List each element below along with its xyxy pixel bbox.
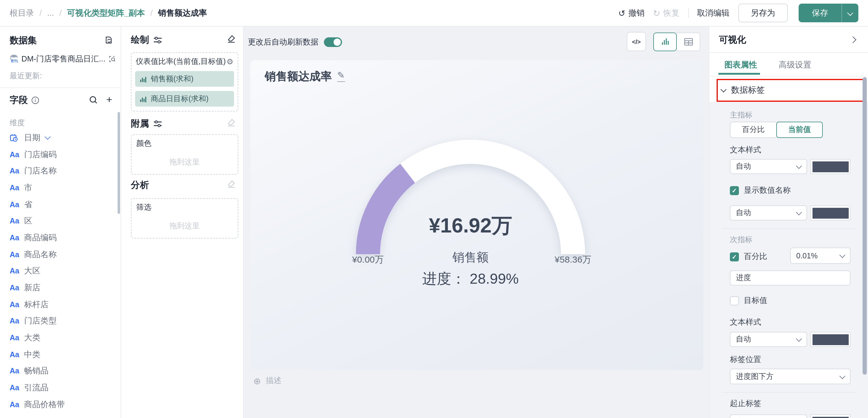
field-item[interactable]: Aa 省	[6, 196, 116, 213]
data-label-section-body: 主指标 百分比 当前值 文本样式 自动 ✓ 显示数值名称 自动 次指标 ✓	[709, 102, 868, 418]
chart-canvas: 更改后自动刷新数据 </>	[244, 27, 709, 418]
font-select[interactable]: 自动	[730, 414, 807, 418]
divider	[722, 228, 856, 229]
data-label-section-header[interactable]: 数据标签	[717, 79, 864, 102]
breadcrumb-parent[interactable]: 可视化类型矩阵_副本	[67, 7, 145, 19]
text-field-icon: Aa	[10, 351, 24, 359]
last-update-label: 最近更新:	[10, 71, 42, 81]
option-percentage[interactable]: 百分比	[730, 122, 776, 138]
text-field-icon: Aa	[10, 167, 24, 175]
field-item[interactable]: Aa 畅销品	[6, 363, 116, 379]
metric-slot[interactable]: 仪表值比率(当前值,目标值) ⚙ 销售额(求和) 商品日目标(求和)	[131, 53, 238, 111]
save-dropdown-button[interactable]	[842, 4, 858, 22]
label-position-select[interactable]: 进度图下方	[730, 369, 850, 384]
measure-pill[interactable]: 商品日目标(求和)	[135, 91, 234, 107]
color-swatch[interactable]	[810, 159, 850, 174]
measure-pill[interactable]: 销售额(求和)	[135, 71, 234, 87]
metric-slot-header: 仪表值比率(当前值,目标值) ⚙	[131, 53, 238, 67]
switch-dataset-icon[interactable]	[104, 36, 114, 44]
checkbox-unchecked[interactable]	[730, 296, 739, 305]
sliders-icon[interactable]	[153, 36, 162, 44]
cancel-edit-button[interactable]: 取消编辑	[697, 7, 730, 19]
field-item[interactable]: Aa 市	[6, 179, 116, 196]
tab-chart-properties[interactable]: 图表属性	[724, 60, 757, 70]
collapse-panel-icon[interactable]	[849, 36, 857, 43]
preview-dataset-icon[interactable]	[108, 55, 116, 63]
filter-slot-label: 筛选	[136, 202, 151, 213]
auto-refresh-toggle[interactable]	[324, 37, 342, 47]
field-item[interactable]: Aa 大类	[6, 330, 116, 346]
save-button[interactable]: 保存	[799, 4, 858, 22]
description-row[interactable]: ⊕ 描述	[253, 375, 281, 386]
font-select[interactable]: 自动	[730, 159, 807, 174]
color-swatch[interactable]	[810, 205, 850, 220]
font-select[interactable]: 自动	[730, 332, 807, 347]
search-icon[interactable]	[89, 96, 98, 104]
field-item[interactable]: Aa 大区	[6, 263, 116, 279]
divider	[709, 53, 868, 53]
chart-view-button[interactable]	[653, 32, 677, 51]
table-view-button[interactable]	[677, 32, 700, 51]
text-field-icon: Aa	[10, 217, 24, 225]
target-value-label: 目标值	[744, 295, 767, 306]
visualization-panel: 可视化 图表属性 高级设置 数据标签 主指标 百分比 当前值 文本样式 自动 ✓	[709, 27, 868, 418]
color-slot[interactable]: 颜色 拖到这里	[131, 134, 238, 175]
sidebar-scrollbar[interactable]	[118, 112, 120, 214]
field-item[interactable]: Aa 商品价格带	[6, 396, 116, 413]
field-item[interactable]: Aa 区	[6, 213, 116, 230]
option-current-value[interactable]: 当前值	[776, 122, 823, 138]
checkbox-checked[interactable]: ✓	[730, 186, 739, 195]
field-item[interactable]: Aa 门店类型	[6, 313, 116, 329]
color-swatch[interactable]	[810, 332, 850, 347]
undo-button[interactable]: ↺ 撤销	[618, 7, 645, 19]
label-position-label: 标签位置	[730, 354, 761, 365]
clear-analysis-icon[interactable]	[227, 179, 236, 188]
color-slot-label: 颜色	[136, 139, 151, 149]
add-field-icon[interactable]: +	[106, 95, 112, 105]
window-scrollbar[interactable]	[863, 77, 867, 375]
edit-title-icon[interactable]: ✎	[337, 71, 345, 82]
color-swatch[interactable]	[810, 414, 850, 418]
text-style-label: 文本样式	[730, 317, 761, 328]
code-view-button[interactable]: </>	[627, 32, 646, 51]
progress-name-input[interactable]: 进度	[730, 271, 850, 285]
tab-advanced-settings[interactable]: 高级设置	[779, 60, 811, 70]
topbar: 根目录 / ... / 可视化类型矩阵_副本 / 销售额达成率 ↺ 撤销 ↻ 恢…	[0, 0, 868, 27]
fields-list: Aa 日期 Aa 门店编码	[6, 130, 116, 413]
gear-icon[interactable]: ⚙	[226, 58, 234, 66]
field-item[interactable]: Aa 日期	[6, 130, 116, 146]
redo-button[interactable]: ↻ 恢复	[653, 7, 680, 19]
field-item[interactable]: Aa 引流品	[6, 380, 116, 396]
sliders-icon[interactable]	[153, 120, 162, 128]
filter-slot[interactable]: 筛选 拖到这里	[131, 198, 238, 239]
dataset-panel: 数据集 ETL DM-门店零售商品日汇... 最近更新: 字段	[0, 27, 121, 418]
bar-chart-icon	[140, 76, 147, 82]
table-icon	[684, 38, 693, 45]
text-field-icon: Aa	[10, 300, 24, 309]
field-item[interactable]: Aa 新店	[6, 279, 116, 296]
breadcrumb-ellipsis[interactable]: ...	[48, 8, 54, 18]
show-value-name-label: 显示数值名称	[744, 185, 791, 196]
clear-draw-icon[interactable]	[227, 34, 236, 43]
field-item[interactable]: Aa 门店名称	[6, 163, 116, 179]
field-item[interactable]: Aa 商品编码	[6, 230, 116, 246]
precision-select[interactable]: 0.01%	[790, 248, 850, 264]
field-item[interactable]: Aa 门店编码	[6, 146, 116, 163]
auto-refresh-label: 更改后自动刷新数据	[248, 37, 318, 47]
clear-attach-icon[interactable]	[227, 118, 236, 127]
dataset-item[interactable]: ETL DM-门店零售商品日汇...	[8, 53, 116, 64]
save-as-button[interactable]: 另存为	[738, 4, 788, 22]
breadcrumb-root[interactable]: 根目录	[10, 7, 34, 19]
chart-table-switcher	[653, 32, 700, 51]
analysis-header: 分析	[131, 179, 149, 191]
etl-dataset-icon: ETL	[8, 53, 19, 64]
field-item[interactable]: Aa 标杆店	[6, 296, 116, 313]
checkbox-checked[interactable]: ✓	[730, 252, 739, 261]
field-item[interactable]: Aa 中类	[6, 346, 116, 363]
field-item[interactable]: Aa 商品名称	[6, 246, 116, 263]
gauge-min-label: ¥0.00万	[332, 254, 404, 266]
font-select[interactable]: 自动	[730, 205, 807, 220]
chevron-down-icon[interactable]	[44, 134, 51, 140]
text-field-icon: Aa	[10, 250, 24, 259]
divider	[688, 8, 688, 18]
